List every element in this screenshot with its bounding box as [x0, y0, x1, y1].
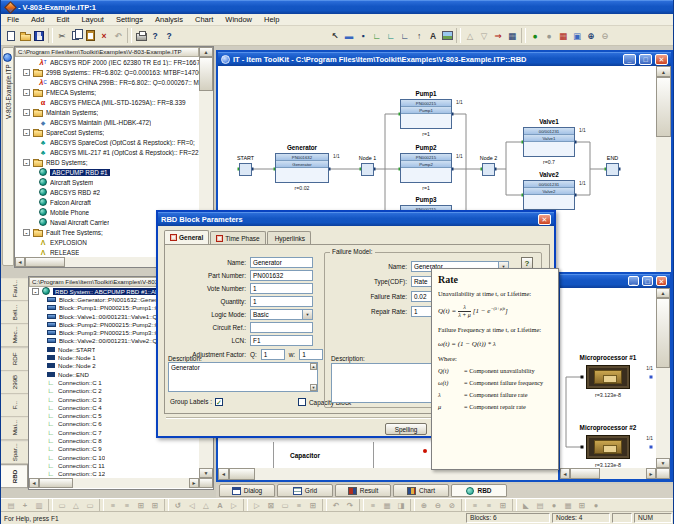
scroll-left-icon[interactable]: ◄: [29, 478, 39, 488]
goto-tool-icon[interactable]: ⇒: [491, 28, 505, 43]
grid-save-tool-icon[interactable]: ▦: [505, 28, 519, 43]
dialog-tab[interactable]: Hyperlinks: [267, 231, 311, 244]
context-help-icon[interactable]: ?: [162, 28, 176, 43]
scroll-up-icon[interactable]: ▲: [656, 66, 671, 77]
field-input[interactable]: 1: [250, 283, 313, 294]
formatting-toolbar-button[interactable]: ↺: [171, 499, 185, 511]
rbd-block-box[interactable]: PN000215 Pump1: [400, 99, 452, 129]
minimize-button[interactable]: _: [628, 276, 639, 286]
tree-item[interactable]: Connection::C 12: [29, 470, 199, 478]
copy-icon[interactable]: [69, 28, 83, 43]
tree-item[interactable]: Falcon Aircraft: [15, 197, 199, 207]
undo-icon[interactable]: ↶: [111, 28, 125, 43]
microprocessor-canvas[interactable]: Microprocessor #1 1/1 r=3.123e-8 Micropr…: [560, 288, 656, 468]
formatting-toolbar-button[interactable]: ⊖: [431, 499, 445, 511]
rbd-block[interactable]: Pump1 PN000215 Pump1 r=1 1/1: [400, 99, 452, 129]
field-input[interactable]: Generator: [250, 257, 313, 268]
toolbar-button[interactable]: [521, 28, 526, 43]
tree-item[interactable]: Connection::C 10: [29, 453, 199, 461]
rbd-block-box[interactable]: PN000215 Pump2: [400, 153, 452, 183]
disable-tool-icon[interactable]: ●: [542, 28, 556, 43]
scroll-thumb[interactable]: [199, 57, 213, 91]
rbd-block-box[interactable]: 00/001231 Valve1: [523, 127, 575, 157]
formatting-toolbar-button[interactable]: ▤: [533, 499, 547, 511]
formatting-toolbar-button[interactable]: ≡: [366, 499, 380, 511]
scroll-up-icon[interactable]: ▲: [199, 47, 213, 57]
window-grid-tool-icon[interactable]: ▣: [570, 28, 584, 43]
flip-tool-icon[interactable]: ↑: [412, 28, 426, 43]
text-tool-icon[interactable]: A: [426, 28, 440, 43]
formatting-toolbar-button[interactable]: A: [213, 499, 227, 511]
formatting-toolbar-button[interactable]: [410, 499, 415, 511]
save-icon[interactable]: [32, 28, 46, 43]
dialog-close-icon[interactable]: ✕: [538, 214, 551, 225]
block-tool-icon[interactable]: ▬: [342, 28, 356, 43]
formatting-toolbar-button[interactable]: ⊞: [148, 499, 162, 511]
field-input[interactable]: Basic: [250, 309, 313, 320]
group-labels-checkbox[interactable]: ✓: [215, 398, 223, 406]
formatting-toolbar-button[interactable]: ≡: [482, 499, 496, 511]
menu-item[interactable]: Help: [258, 14, 285, 26]
formatting-toolbar-button[interactable]: ◁: [185, 499, 199, 511]
module-tab[interactable]: RBD: [1, 464, 28, 488]
tree-item[interactable]: - FMECA Systems;: [15, 87, 199, 97]
expand-box[interactable]: -: [32, 288, 39, 295]
view-tab[interactable]: Chart: [393, 484, 449, 497]
connection-alt-tool-icon[interactable]: ∟: [384, 28, 398, 43]
scroll-left-icon[interactable]: ◄: [15, 257, 25, 267]
module-tab[interactable]: Mai...: [1, 417, 28, 440]
connection-route-tool-icon[interactable]: ∟: [398, 28, 412, 43]
formatting-toolbar-button[interactable]: ▷: [227, 499, 241, 511]
shape-down-tool-icon[interactable]: ▽: [477, 28, 491, 43]
menu-item[interactable]: Settings: [110, 14, 149, 26]
scroll-down-icon[interactable]: ▼: [656, 458, 670, 468]
toolbar-button[interactable]: [48, 28, 53, 43]
scroll-right-icon[interactable]: ►: [189, 478, 199, 488]
expand-box[interactable]: -: [23, 229, 30, 236]
formatting-toolbar-button[interactable]: ≡: [468, 499, 482, 511]
rbd-node[interactable]: Node 1: [361, 163, 374, 176]
rbd-block-box[interactable]: 00/001231 Valve2: [523, 180, 575, 210]
connection-tool-icon[interactable]: ∟: [370, 28, 384, 43]
open-file-icon[interactable]: [18, 28, 32, 43]
tree-item[interactable]: ABCPUMP RBD #1: [15, 167, 199, 177]
scroll-down-icon[interactable]: ▼: [199, 468, 213, 478]
formatting-toolbar-button[interactable]: ↷: [343, 499, 357, 511]
field-input[interactable]: 1: [250, 296, 313, 307]
formatting-toolbar-button[interactable]: ⊞: [306, 499, 320, 511]
shape-up-tool-icon[interactable]: △: [463, 28, 477, 43]
dialog-tab[interactable]: General: [164, 230, 209, 244]
formatting-toolbar-button[interactable]: ◣: [519, 499, 533, 511]
capacity-checkbox[interactable]: [298, 398, 306, 406]
image-tool-icon[interactable]: [440, 28, 454, 43]
connect-tool-icon[interactable]: ⊕: [584, 28, 598, 43]
menu-item[interactable]: Edit: [50, 14, 75, 26]
view-tab[interactable]: Result: [335, 484, 391, 497]
expand-box[interactable]: -: [23, 109, 30, 116]
cut-icon[interactable]: ✂: [55, 28, 69, 43]
formatting-toolbar-button[interactable]: +: [18, 499, 32, 511]
formatting-toolbar-button[interactable]: [359, 499, 364, 511]
menu-item[interactable]: Window: [219, 14, 258, 26]
formatting-toolbar-button[interactable]: ▷: [250, 499, 264, 511]
menu-item[interactable]: Analysis: [149, 14, 189, 26]
scroll-up-icon[interactable]: ▲: [656, 288, 670, 298]
rbd-structure-hscrollbar[interactable]: ◄ ►: [29, 478, 199, 488]
scroll-thumb[interactable]: [656, 298, 670, 368]
formatting-toolbar-button[interactable]: [512, 499, 517, 511]
scroll-thumb[interactable]: [39, 478, 73, 488]
q-input[interactable]: 1: [261, 349, 285, 360]
scroll-thumb[interactable]: [656, 77, 671, 137]
formatting-toolbar-button[interactable]: [99, 499, 104, 511]
tree-item[interactable]: - SpareCost Systems;: [15, 127, 199, 137]
maximize-button[interactable]: □: [642, 276, 653, 286]
print-icon[interactable]: [134, 28, 148, 43]
field-input[interactable]: F1: [250, 335, 313, 346]
about-help-icon[interactable]: ?: [148, 28, 162, 43]
tree-item[interactable]: Aircraft System: [15, 177, 199, 187]
formatting-toolbar-button[interactable]: ↶: [329, 499, 343, 511]
formatting-toolbar-button[interactable]: ⊞: [496, 499, 510, 511]
formatting-toolbar-button[interactable]: ⊠: [264, 499, 278, 511]
rbd-block[interactable]: Generator PN001632 Generator r=0.02 1/1: [275, 153, 329, 183]
menu-item[interactable]: Add: [25, 14, 50, 26]
